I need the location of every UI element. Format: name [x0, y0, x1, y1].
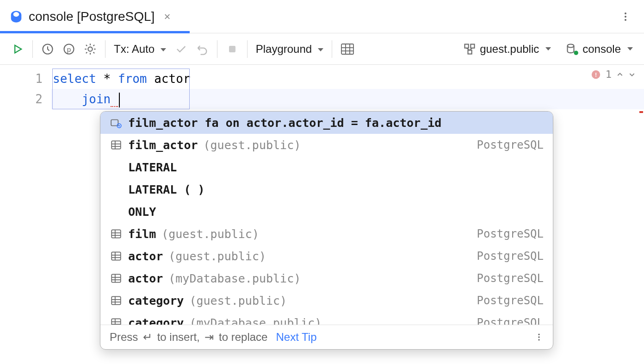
play-icon: [11, 43, 24, 56]
tab-bar-menu[interactable]: [620, 11, 644, 22]
item-hint: (guest.public): [168, 250, 266, 263]
autocomplete-item[interactable]: ONLY: [100, 201, 553, 223]
item-label: film: [128, 227, 156, 241]
tx-mode-dropdown[interactable]: Tx: Auto: [114, 43, 166, 56]
datasource-picker[interactable]: console: [566, 43, 633, 56]
table-icon: [110, 294, 123, 307]
autocomplete-item[interactable]: film_actor (guest.public)PostgreSQL: [100, 134, 553, 156]
stop-icon: [226, 43, 239, 56]
schema-picker[interactable]: guest.public: [463, 43, 551, 56]
text-cursor: [119, 93, 120, 107]
svg-point-23: [118, 125, 120, 126]
svg-rect-28: [111, 230, 121, 238]
table-icon: [110, 316, 123, 325]
svg-rect-7: [341, 44, 353, 54]
item-label: actor: [128, 272, 163, 285]
autocomplete-item[interactable]: LATERAL: [100, 156, 553, 178]
item-source: PostgreSQL: [477, 138, 544, 151]
stop-button[interactable]: [226, 43, 239, 56]
chevron-down-icon: [318, 48, 323, 51]
playground-dropdown[interactable]: Playground: [256, 43, 323, 56]
commit-button[interactable]: [174, 43, 187, 56]
item-label: LATERAL: [128, 161, 177, 174]
item-label: ONLY: [128, 205, 156, 219]
tab-bar: console [PostgreSQL] ×: [0, 0, 644, 33]
svg-rect-14: [468, 50, 472, 54]
autocomplete-item[interactable]: film_actor fa on actor.actor_id = fa.act…: [100, 112, 553, 134]
run-button[interactable]: [11, 43, 24, 56]
autocomplete-item[interactable]: LATERAL ( ): [100, 178, 553, 201]
enter-key-icon: ↵: [141, 331, 154, 344]
next-tip-link[interactable]: Next Tip: [276, 331, 316, 344]
grid-icon: [341, 43, 354, 55]
settings-button[interactable]: [84, 43, 97, 56]
item-source: PostgreSQL: [477, 227, 544, 240]
schema-label: guest.public: [480, 43, 539, 56]
line-number: 1: [0, 69, 43, 89]
schema-icon: [463, 43, 476, 56]
autocomplete-item[interactable]: category (guest.public)PostgreSQL: [100, 289, 553, 312]
svg-point-1: [625, 16, 626, 18]
autocomplete-item[interactable]: actor (guest.public)PostgreSQL: [100, 245, 553, 267]
autocomplete-item[interactable]: actor (myDatabase.public)PostgreSQL: [100, 267, 553, 289]
history-button[interactable]: [41, 43, 54, 56]
error-stripe[interactable]: [639, 111, 643, 113]
line-number: 2: [0, 89, 43, 109]
explain-plan-button[interactable]: p: [62, 43, 75, 56]
tab-console[interactable]: console [PostgreSQL] ×: [0, 0, 180, 33]
autocomplete-item[interactable]: category (myDatabase.public)PostgreSQL: [100, 312, 553, 325]
prev-highlight-icon[interactable]: [616, 71, 624, 78]
autocomplete-footer: Press ↵ to insert, ⇥ to replace Next Tip: [100, 325, 553, 349]
svg-point-2: [625, 19, 626, 21]
svg-point-18: [574, 50, 578, 55]
error-count: 1: [606, 69, 612, 80]
error-icon: !: [591, 69, 601, 80]
toolbar: p Tx: Auto: [0, 33, 644, 65]
item-hint: (guest.public): [161, 227, 259, 241]
kebab-icon: [534, 333, 544, 342]
svg-rect-13: [471, 44, 475, 48]
item-source: PostgreSQL: [477, 250, 544, 263]
close-icon[interactable]: ×: [164, 10, 170, 23]
gear-icon: [84, 43, 97, 56]
autocomplete-menu[interactable]: [534, 333, 544, 342]
table-icon: [110, 272, 123, 285]
autocomplete-popup: film_actor fa on actor.actor_id = fa.act…: [100, 111, 553, 350]
svg-text:p: p: [67, 45, 71, 53]
blank-icon: [110, 161, 123, 174]
chevron-down-icon: [545, 47, 551, 50]
rollback-button[interactable]: [196, 43, 209, 56]
p-circle-icon: p: [62, 43, 75, 56]
line-gutter: 1 2: [0, 65, 51, 364]
tab-key-icon: ⇥: [203, 331, 216, 344]
svg-point-49: [538, 336, 539, 338]
undo-icon: [196, 43, 209, 56]
code-line: select * from actor: [51, 69, 644, 89]
inspection-widget[interactable]: ! 1: [591, 69, 636, 80]
item-source: PostgreSQL: [477, 272, 544, 285]
kebab-icon: [620, 11, 631, 22]
autocomplete-item[interactable]: film (guest.public)PostgreSQL: [100, 223, 553, 245]
item-label: film_actor: [128, 138, 198, 152]
table-icon: [110, 227, 123, 240]
blank-icon: [110, 205, 123, 218]
svg-text:!: !: [594, 71, 598, 78]
join-icon: [110, 116, 123, 129]
table-icon: [110, 138, 123, 151]
item-hint: (myDatabase.public): [189, 316, 322, 325]
item-source: PostgreSQL: [477, 316, 544, 325]
svg-point-48: [538, 334, 539, 335]
svg-rect-6: [229, 46, 235, 52]
item-label: category: [128, 294, 184, 308]
datasource-icon: [566, 43, 579, 56]
sql-keyword: select: [53, 72, 96, 86]
result-layout-button[interactable]: [341, 43, 354, 55]
autocomplete-list: film_actor fa on actor.actor_id = fa.act…: [100, 112, 553, 325]
tab-active-indicator: [0, 31, 190, 33]
footer-hint: Press ↵ to insert, ⇥ to replace: [110, 331, 267, 344]
item-label: film_actor fa on actor.actor_id = fa.act…: [128, 116, 441, 130]
next-highlight-icon[interactable]: [628, 71, 636, 78]
svg-rect-40: [111, 296, 121, 304]
item-source: PostgreSQL: [477, 294, 544, 307]
chevron-down-icon: [161, 48, 166, 51]
